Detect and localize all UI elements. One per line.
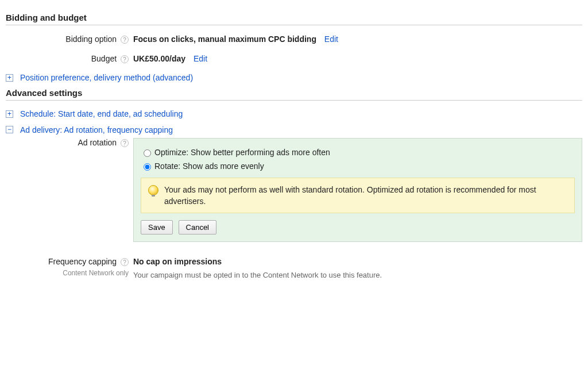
lightbulb-icon (148, 185, 158, 195)
ad-delivery-link[interactable]: Ad delivery: Ad rotation, frequency capp… (20, 125, 173, 134)
bidding-option-label: Bidding option (65, 34, 117, 44)
collapse-icon[interactable]: − (6, 126, 13, 133)
frequency-capping-value: No cap on impressions (133, 256, 582, 267)
help-icon[interactable]: ? (121, 36, 129, 44)
budget-edit-link[interactable]: Edit (194, 54, 207, 63)
bidding-option-edit-link[interactable]: Edit (324, 34, 338, 44)
frequency-capping-sublabel: Content Network only (6, 267, 129, 279)
ad-rotation-panel: Optimize: Show better performing ads mor… (133, 138, 582, 242)
hint-text: Your ads may not perform as well with st… (164, 184, 567, 207)
frequency-capping-desc: Your campaign must be opted in to the Co… (133, 270, 582, 281)
bidding-section-header: Bidding and budget (6, 13, 582, 25)
optimize-radio[interactable] (144, 149, 151, 157)
cancel-button[interactable]: Cancel (179, 220, 216, 235)
hint-box: Your ads may not perform as well with st… (141, 178, 575, 213)
expand-icon[interactable]: + (6, 110, 13, 118)
ad-rotation-label: Ad rotation (78, 138, 117, 147)
help-icon[interactable]: ? (121, 139, 129, 147)
help-icon[interactable]: ? (121, 258, 129, 266)
optimize-radio-label: Optimize: Show better performing ads mor… (154, 147, 330, 158)
frequency-capping-label: Frequency capping (48, 257, 117, 266)
budget-row: Budget ? UK£50.00/day Edit (6, 53, 582, 64)
save-button[interactable]: Save (141, 220, 173, 235)
budget-value: UK£50.00/day (133, 54, 185, 63)
help-icon[interactable]: ? (121, 55, 129, 63)
rotate-radio-label: Rotate: Show ads more evenly (154, 160, 264, 172)
expand-icon[interactable]: + (6, 74, 13, 82)
schedule-link[interactable]: Schedule: Start date, end date, ad sched… (20, 110, 183, 119)
bidding-option-value: Focus on clicks, manual maximum CPC bidd… (133, 34, 316, 44)
advanced-section-header: Advanced settings (6, 88, 582, 101)
bidding-option-row: Bidding option ? Focus on clicks, manual… (6, 33, 582, 45)
rotate-radio[interactable] (144, 163, 151, 171)
budget-label: Budget (91, 54, 117, 63)
position-preference-link[interactable]: Position preference, delivery method (ad… (20, 73, 193, 82)
